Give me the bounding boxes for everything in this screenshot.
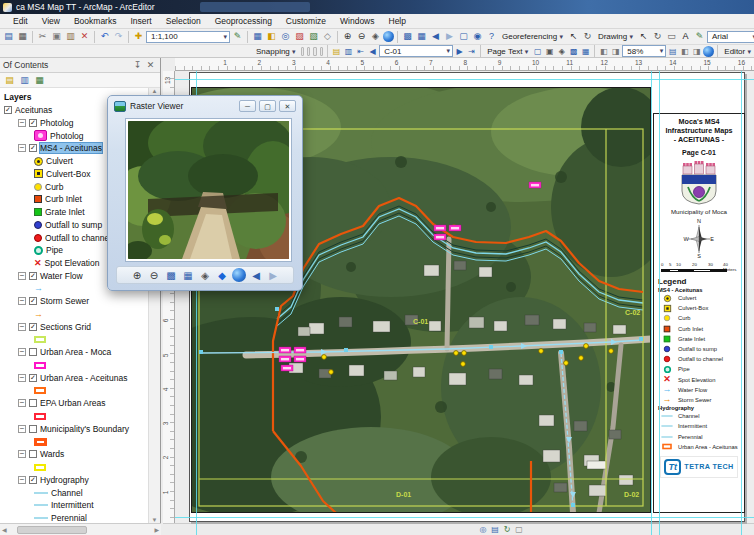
toc-row-municipality-s-boundary[interactable]: −Municipality's Boundary — [0, 423, 148, 436]
layer-label[interactable]: Water Flow — [40, 271, 83, 281]
menu-edit[interactable]: Edit — [6, 14, 35, 29]
change-layout-icon[interactable]: ▤ — [667, 46, 678, 57]
pan-icon[interactable]: ◈ — [198, 268, 212, 282]
expand-collapse-icon[interactable]: − — [18, 374, 26, 382]
layer-label[interactable]: Channel — [51, 488, 83, 498]
focus-dataframe-icon[interactable]: ◨ — [691, 46, 702, 57]
end-snap-toggle[interactable] — [307, 47, 310, 56]
layer-checkbox[interactable]: ✓ — [29, 144, 37, 152]
toc-row-sections-grid[interactable]: −✓Sections Grid — [0, 321, 148, 334]
raster-viewer-window[interactable]: Raster Viewer ─ ▢ ✕ — [107, 95, 303, 291]
layer-label[interactable]: Intermittent — [51, 500, 94, 510]
prev-page-icon[interactable]: ◀ — [367, 46, 378, 57]
toc-row-perennial[interactable]: Perennial — [0, 512, 148, 523]
toc-row-hydrography[interactable]: −✓Hydrography — [0, 474, 148, 487]
layer-label[interactable]: Wards — [40, 449, 64, 459]
toolbox-icon[interactable]: ▨ — [293, 30, 306, 43]
layout-view-icon[interactable]: ▤ — [490, 525, 500, 535]
layer-label[interactable]: Perennial — [51, 513, 87, 523]
focus-dataframe-icon[interactable]: ◨ — [610, 46, 621, 57]
layer-checkbox[interactable]: ✓ — [29, 374, 37, 382]
delete-icon[interactable]: ✕ — [78, 30, 91, 43]
zoom-out-icon[interactable]: ⊖ — [147, 268, 161, 282]
layer-checkbox[interactable] — [29, 450, 37, 458]
map-scale-combo[interactable]: 1:1,100▾ — [146, 31, 230, 43]
pause-draw-icon[interactable]: ▢ — [514, 525, 524, 535]
fixed-zoom-in-icon[interactable]: ▩ — [568, 46, 579, 57]
layer-label[interactable]: Layers — [4, 92, 31, 102]
identify-icon[interactable]: ◉ — [471, 30, 484, 43]
close-icon[interactable]: ✕ — [144, 59, 157, 72]
expand-collapse-icon[interactable]: − — [18, 323, 26, 331]
layer-checkbox[interactable]: ✓ — [29, 323, 37, 331]
pan-layout-icon[interactable]: ◈ — [556, 46, 567, 57]
toc-row-urban-area-aceitunas[interactable]: −✓Urban Area - Aceitunas — [0, 372, 148, 385]
toc-row-storm-sewer[interactable]: −✓Storm Sewer — [0, 295, 148, 308]
toc-row-symbol[interactable] — [0, 461, 148, 474]
menu-bookmarks[interactable]: Bookmarks — [67, 14, 124, 29]
title-bar[interactable]: ca MS4 Map TT - ArcMap - ArcEditor — [0, 0, 754, 14]
draw-order-icon[interactable]: ▤ — [3, 74, 16, 87]
layer-checkbox[interactable] — [29, 348, 37, 356]
forward-extent-icon[interactable]: ▶ — [266, 268, 280, 282]
next-page-icon[interactable]: ▶ — [454, 46, 465, 57]
toc-row-symbol[interactable] — [0, 410, 148, 423]
close-icon[interactable]: ✕ — [279, 100, 296, 112]
zoom-whole-page-icon[interactable]: ▢ — [532, 46, 543, 57]
last-page-icon[interactable]: ⇥ — [466, 46, 477, 57]
toggle-draft-icon[interactable]: ◧ — [679, 46, 690, 57]
expand-collapse-icon[interactable]: − — [18, 297, 26, 305]
toc-row-symbol[interactable] — [0, 384, 148, 397]
layer-label[interactable]: Hydrography — [40, 475, 89, 485]
toc-row-intermittent[interactable]: Intermittent — [0, 499, 148, 512]
layer-label[interactable]: Storm Sewer — [40, 296, 89, 306]
first-page-icon[interactable]: ⇤ — [355, 46, 366, 57]
expand-collapse-icon[interactable]: − — [18, 144, 26, 152]
editor-menu[interactable]: Editor ▾ — [721, 47, 754, 56]
zoom-out-icon[interactable]: ⊖ — [355, 30, 368, 43]
layer-checkbox[interactable]: ✓ — [29, 119, 37, 127]
raster-viewer-titlebar[interactable]: Raster Viewer ─ ▢ ✕ — [108, 96, 302, 116]
text-a-icon[interactable]: A — [679, 30, 692, 43]
fixed-zoom-out-icon[interactable]: ▦ — [415, 30, 428, 43]
catalog-icon[interactable]: ◧ — [265, 30, 278, 43]
page-text-menu[interactable]: Page Text ▾ — [484, 47, 531, 56]
save-icon[interactable]: ▤ — [2, 30, 15, 43]
maximize-icon[interactable]: ▢ — [259, 100, 276, 112]
toc-row-symbol[interactable] — [0, 435, 148, 448]
layer-checkbox[interactable]: ✓ — [29, 297, 37, 305]
menu-geoprocessing[interactable]: Geoprocessing — [208, 14, 279, 29]
toc-row-symbol[interactable]: → — [0, 308, 148, 321]
layer-label[interactable]: Aceitunas — [15, 105, 52, 115]
pan-icon[interactable]: ◈ — [369, 30, 382, 43]
layer-label[interactable]: Urban Area - Aceitunas — [40, 373, 127, 383]
layer-label[interactable]: Photolog — [40, 118, 74, 128]
source-tab-icon[interactable]: ▥ — [18, 74, 31, 87]
expand-collapse-icon[interactable]: − — [18, 399, 26, 407]
layer-label[interactable]: Sections Grid — [40, 322, 91, 332]
globe-icon[interactable] — [383, 31, 394, 42]
expand-collapse-icon[interactable]: − — [18, 476, 26, 484]
visibility-tab-icon[interactable]: ▦ — [33, 74, 46, 87]
rectangle-icon[interactable]: ▭ — [665, 30, 678, 43]
menu-insert[interactable]: Insert — [123, 14, 158, 29]
fixed-zoom-in-icon[interactable]: ▩ — [164, 268, 178, 282]
rotate-icon[interactable]: ↻ — [651, 30, 664, 43]
menu-customize[interactable]: Customize — [279, 14, 333, 29]
zoom-100-icon[interactable]: ▣ — [544, 46, 555, 57]
editor-pencil-icon[interactable]: ✎ — [693, 30, 706, 43]
layer-label[interactable]: Culvert-Box — [46, 169, 90, 179]
snapping-menu[interactable]: Snapping ▾ — [253, 47, 299, 56]
rotate-icon[interactable]: ↻ — [581, 30, 594, 43]
layer-label[interactable]: Urban Area - Moca — [40, 347, 111, 357]
globe-icon[interactable] — [232, 268, 246, 282]
forward-extent-icon[interactable]: ▶ — [443, 30, 456, 43]
toc-row-symbol[interactable] — [0, 359, 148, 372]
add-data-icon[interactable]: ✚ — [132, 30, 145, 43]
help-icon[interactable]: ? — [485, 30, 498, 43]
menu-help[interactable]: Help — [382, 14, 413, 29]
layer-label[interactable]: MS4 - Aceitunas — [40, 143, 102, 153]
table-icon[interactable]: ▦ — [251, 30, 264, 43]
toc-row-symbol[interactable] — [0, 333, 148, 346]
layer-label[interactable]: Photolog — [50, 131, 84, 141]
